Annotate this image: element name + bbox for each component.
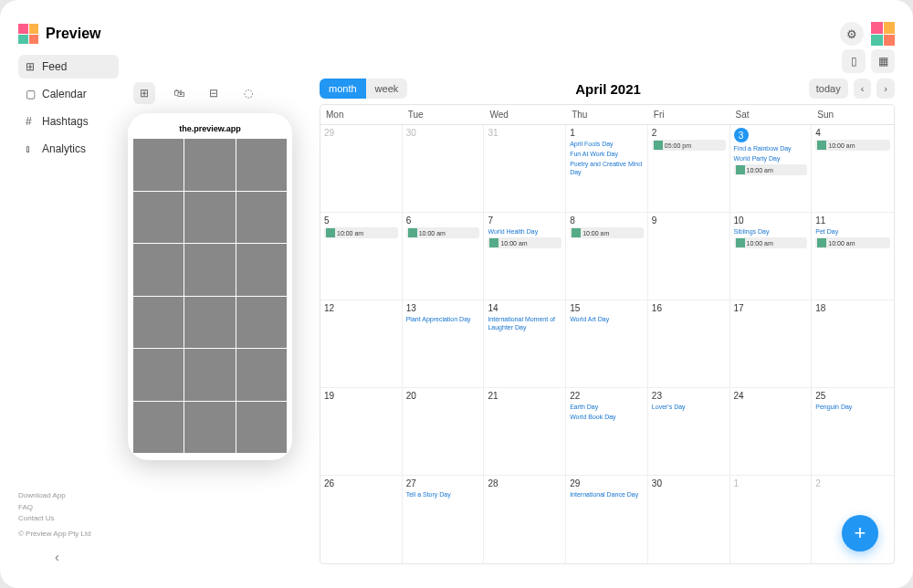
- prev-month-button[interactable]: ‹: [854, 79, 872, 99]
- feed-tile[interactable]: [184, 139, 235, 191]
- phone-view-button[interactable]: ▯: [842, 49, 866, 73]
- feed-tile[interactable]: [133, 297, 184, 349]
- calendar-cell[interactable]: 28: [484, 476, 566, 563]
- calendar-event-chip[interactable]: 10:00 am: [488, 237, 561, 248]
- calendar-event-text[interactable]: Penguin Day: [815, 403, 890, 411]
- calendar-cell[interactable]: 205:00 pm: [648, 125, 730, 212]
- feed-tile[interactable]: [236, 402, 287, 454]
- calendar-cell[interactable]: 11Pet Day10:00 am: [812, 213, 894, 299]
- calendar-event-text[interactable]: Tell a Story Day: [406, 490, 480, 499]
- sidebar-item-feed[interactable]: ⊞ Feed: [18, 55, 119, 79]
- feed-tile[interactable]: [236, 297, 287, 349]
- today-button[interactable]: today: [809, 79, 848, 99]
- calendar-cell[interactable]: 12: [320, 300, 403, 387]
- calendar-event-text[interactable]: Poetry and Creative Mind Day: [570, 160, 644, 176]
- settings-button[interactable]: ⚙: [840, 22, 864, 46]
- calendar-event-text[interactable]: International Moment of Laughter Day: [488, 315, 561, 331]
- calendar-event-chip[interactable]: 10:00 am: [570, 227, 644, 238]
- calendar-event-text[interactable]: Plant Appreciation Day: [406, 315, 480, 323]
- calendar-cell[interactable]: 21: [484, 388, 566, 475]
- feed-tile[interactable]: [184, 297, 235, 349]
- calendar-event-text[interactable]: April Fools Day: [570, 140, 644, 148]
- phone-feed-grid[interactable]: [133, 139, 287, 453]
- calendar-cell[interactable]: 29International Dance Day: [566, 476, 648, 563]
- layout-option2-button[interactable]: 🛍: [168, 82, 190, 104]
- calendar-cell[interactable]: 7World Health Day10:00 am: [484, 213, 566, 299]
- sidebar-item-calendar[interactable]: ▢ Calendar: [18, 82, 119, 106]
- month-toggle[interactable]: month: [320, 79, 366, 99]
- calendar-event-text[interactable]: World Party Day: [734, 154, 808, 163]
- layout-refresh-button[interactable]: ◌: [237, 82, 259, 104]
- calendar-cell[interactable]: 16: [648, 300, 730, 387]
- sidebar-item-hashtags[interactable]: # Hashtags: [18, 110, 119, 133]
- calendar-cell[interactable]: 24: [730, 388, 813, 475]
- calendar-cell[interactable]: 27Tell a Story Day: [403, 476, 485, 563]
- calendar-cell[interactable]: 26: [320, 476, 403, 563]
- calendar-cell[interactable]: 610:00 am: [403, 213, 485, 299]
- calendar-cell[interactable]: 20: [403, 388, 485, 475]
- feed-tile[interactable]: [133, 349, 184, 401]
- calendar-view-button[interactable]: ▦: [871, 49, 895, 73]
- calendar-cell[interactable]: 30: [403, 125, 485, 212]
- calendar-cell[interactable]: 19: [320, 388, 403, 475]
- calendar-cell[interactable]: 29: [320, 125, 403, 212]
- calendar-cell[interactable]: 22Earth DayWorld Book Day: [566, 388, 648, 475]
- footer-link-faq[interactable]: FAQ: [18, 502, 119, 514]
- calendar-event-chip[interactable]: 10:00 am: [734, 164, 808, 175]
- next-month-button[interactable]: ›: [876, 79, 895, 99]
- calendar-cell[interactable]: 25Penguin Day: [812, 388, 894, 475]
- calendar-event-text[interactable]: International Dance Day: [570, 490, 644, 499]
- calendar-event-text[interactable]: World Art Day: [570, 315, 644, 323]
- calendar-cell[interactable]: 510:00 am: [320, 213, 403, 299]
- calendar-event-text[interactable]: Siblings Day: [734, 227, 808, 236]
- footer-link-contact[interactable]: Contact Us: [18, 513, 119, 525]
- sidebar-item-analytics[interactable]: ⫾ Analytics: [18, 137, 119, 161]
- feed-tile[interactable]: [236, 139, 287, 191]
- calendar-event-chip[interactable]: 10:00 am: [815, 140, 890, 151]
- footer-link-download[interactable]: Download App: [18, 490, 119, 502]
- calendar-cell[interactable]: 15World Art Day: [566, 300, 648, 387]
- calendar-cell[interactable]: 23Lover's Day: [648, 388, 730, 475]
- layout-grid-button[interactable]: ⊞: [133, 82, 155, 104]
- calendar-event-text[interactable]: Fun At Work Day: [570, 150, 644, 158]
- add-post-fab[interactable]: +: [842, 515, 878, 551]
- calendar-event-text[interactable]: Pet Day: [815, 227, 890, 236]
- calendar-event-text[interactable]: Find a Rainbow Day: [734, 144, 808, 152]
- calendar-event-chip[interactable]: 05:00 pm: [652, 140, 726, 151]
- feed-tile[interactable]: [184, 192, 235, 244]
- calendar-event-chip[interactable]: 10:00 am: [406, 227, 480, 238]
- calendar-cell[interactable]: 14International Moment of Laughter Day: [484, 300, 566, 387]
- calendar-event-text[interactable]: World Health Day: [488, 227, 561, 236]
- calendar-event-text[interactable]: Earth Day: [570, 403, 644, 411]
- calendar-cell[interactable]: 810:00 am: [566, 213, 648, 299]
- calendar-cell[interactable]: 17: [730, 300, 813, 387]
- account-avatar[interactable]: [871, 22, 895, 46]
- calendar-event-text[interactable]: World Book Day: [570, 413, 644, 421]
- feed-tile[interactable]: [133, 139, 184, 191]
- calendar-event-chip[interactable]: 10:00 am: [324, 227, 398, 238]
- layout-option3-button[interactable]: ⊟: [203, 82, 225, 104]
- calendar-cell[interactable]: 9: [648, 213, 730, 299]
- sidebar-collapse-button[interactable]: ‹: [18, 550, 119, 564]
- feed-tile[interactable]: [133, 244, 184, 296]
- calendar-event-chip[interactable]: 10:00 am: [734, 237, 808, 248]
- feed-tile[interactable]: [236, 192, 287, 244]
- calendar-event-chip[interactable]: 10:00 am: [815, 237, 890, 248]
- calendar-cell[interactable]: 18: [812, 300, 894, 387]
- feed-tile[interactable]: [133, 402, 184, 454]
- calendar-cell[interactable]: 13Plant Appreciation Day: [403, 300, 485, 387]
- feed-tile[interactable]: [184, 402, 235, 454]
- calendar-cell[interactable]: 10Siblings Day10:00 am: [730, 213, 813, 299]
- feed-tile[interactable]: [133, 192, 184, 244]
- calendar-cell[interactable]: 30: [648, 476, 730, 563]
- feed-tile[interactable]: [184, 349, 235, 401]
- feed-tile[interactable]: [236, 349, 287, 401]
- week-toggle[interactable]: week: [366, 79, 408, 99]
- calendar-cell[interactable]: 31: [484, 125, 566, 212]
- feed-tile[interactable]: [236, 244, 287, 296]
- feed-tile[interactable]: [184, 244, 235, 296]
- calendar-cell[interactable]: 1April Fools DayFun At Work DayPoetry an…: [566, 125, 648, 212]
- calendar-cell[interactable]: 3Find a Rainbow DayWorld Party Day10:00 …: [730, 125, 813, 212]
- calendar-cell[interactable]: 410:00 am: [812, 125, 894, 212]
- calendar-cell[interactable]: 1: [730, 476, 813, 563]
